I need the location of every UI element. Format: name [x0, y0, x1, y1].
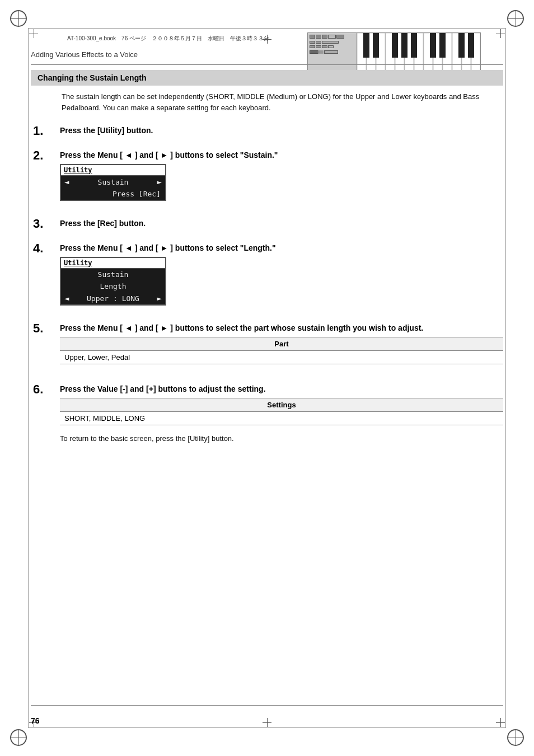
svg-rect-13: [363, 33, 369, 58]
reg-mark-bl: [10, 729, 27, 746]
table-part-row: Upper, Lower, Pedal: [60, 351, 503, 364]
step-3-num: 3.: [31, 217, 60, 232]
lcd-press-rec: Press [Rec]: [113, 190, 161, 198]
intro-text: The sustain length can be set independen…: [62, 91, 492, 114]
notice-text: To return to the basic screen, press the…: [60, 434, 503, 443]
reg-mark-br: [507, 729, 524, 746]
lcd-screen-2: Utility Sustain Length ◄ Upper : LONG ►: [60, 257, 166, 306]
main-content: Changing the Sustain Length The sustain …: [31, 70, 503, 711]
step-1-content: Press the [Utility] button.: [60, 124, 503, 139]
step-5-title: Press the Menu [ ◄ ] and [ ► ] buttons t…: [60, 323, 503, 332]
step-2: 2. Press the Menu [ ◄ ] and [ ► ] button…: [31, 148, 503, 208]
lcd-row-upper: ◄ Upper : LONG ►: [61, 292, 165, 304]
file-info: AT-100-300_e.book 76 ページ ２００８年５月７日 水曜日 午…: [67, 35, 269, 43]
step-1-num: 1.: [31, 124, 60, 139]
lcd-row-s: Sustain: [61, 269, 165, 280]
svg-rect-18: [430, 33, 436, 58]
step-3-content: Press the [Rec] button.: [60, 217, 503, 232]
step-2-content: Press the Menu [ ◄ ] and [ ► ] buttons t…: [60, 148, 503, 208]
step-4-content: Press the Menu [ ◄ ] and [ ► ] buttons t…: [60, 241, 503, 312]
lcd-right-arrow-2: ►: [157, 294, 162, 303]
svg-rect-16: [401, 33, 407, 58]
svg-rect-14: [373, 33, 379, 58]
lcd-title-2: Utility: [61, 258, 165, 269]
svg-rect-21: [468, 33, 474, 58]
step-2-num: 2.: [31, 148, 60, 208]
step-5: 5. Press the Menu [ ◄ ] and [ ► ] button…: [31, 321, 503, 373]
step-3: 3. Press the [Rec] button.: [31, 217, 503, 232]
lcd-text-length: Length: [64, 282, 162, 290]
table-settings: Settings SHORT, MIDDLE, LONG: [60, 398, 503, 425]
svg-rect-19: [439, 33, 446, 58]
step-6: 6. Press the Value [-] and [+] buttons t…: [31, 382, 503, 443]
lcd-row-1: ◄ Sustain ►: [61, 176, 165, 188]
center-bottom-cross: [263, 718, 271, 727]
lcd-text-sustain2: Sustain: [64, 270, 162, 279]
svg-rect-15: [392, 33, 398, 58]
section-label: Adding Various Effects to a Voice: [31, 50, 138, 59]
hr-top: [31, 64, 503, 65]
lcd-row-l: Length: [61, 280, 165, 292]
reg-mark-tl: [10, 10, 27, 27]
lcd-title-1: Utility: [61, 165, 165, 176]
cross-tr: [496, 29, 505, 38]
footer-hr: [31, 705, 503, 706]
lcd-left-arrow-1: ◄: [64, 177, 69, 186]
table-settings-row: SHORT, MIDDLE, LONG: [60, 412, 503, 425]
step-1-title: Press the [Utility] button.: [60, 126, 503, 135]
step-4-title: Press the Menu [ ◄ ] and [ ► ] buttons t…: [60, 243, 503, 252]
lcd-right-arrow-1: ►: [157, 177, 162, 186]
step-1: 1. Press the [Utility] button.: [31, 124, 503, 139]
lcd-left-arrow-2: ◄: [64, 294, 69, 303]
svg-rect-17: [411, 33, 417, 58]
table-part: Part Upper, Lower, Pedal: [60, 337, 503, 364]
keyboard-illustration: [307, 32, 481, 74]
section-heading: Changing the Sustain Length: [31, 70, 503, 86]
step-2-title: Press the Menu [ ◄ ] and [ ► ] buttons t…: [60, 151, 503, 159]
lcd-text-upper-long: Upper : LONG: [71, 294, 154, 303]
lcd-row-2: Press [Rec]: [61, 188, 165, 200]
step-6-num: 6.: [31, 382, 60, 443]
svg-rect-20: [458, 33, 465, 58]
step-4: 4. Press the Menu [ ◄ ] and [ ► ] button…: [31, 241, 503, 312]
page-number: 76: [31, 716, 40, 725]
reg-mark-tr: [507, 10, 524, 27]
lcd-screen-1: Utility ◄ Sustain ► Press [Rec]: [60, 164, 166, 201]
step-6-content: Press the Value [-] and [+] buttons to a…: [60, 382, 503, 443]
table-settings-header: Settings: [60, 398, 503, 412]
step-5-num: 5.: [31, 321, 60, 373]
table-part-header: Part: [60, 337, 503, 351]
center-top-cross: [263, 35, 271, 44]
step-5-content: Press the Menu [ ◄ ] and [ ► ] buttons t…: [60, 321, 503, 373]
cross-tl: [29, 29, 38, 38]
step-3-title: Press the [Rec] button.: [60, 219, 503, 228]
step-6-title: Press the Value [-] and [+] buttons to a…: [60, 384, 503, 393]
lcd-text-sustain: Sustain: [71, 178, 154, 186]
step-4-num: 4.: [31, 241, 60, 312]
